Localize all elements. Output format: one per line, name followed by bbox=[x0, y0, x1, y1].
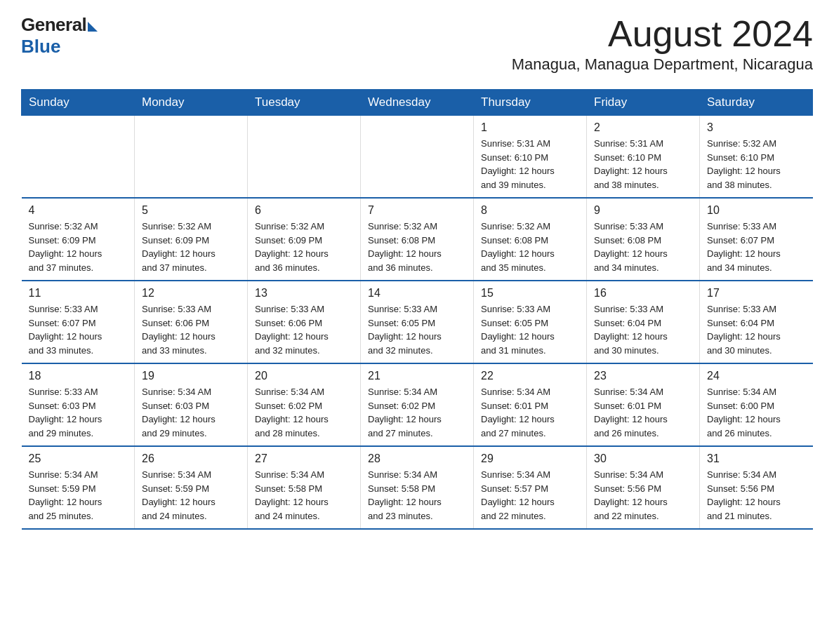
calendar-cell: 24Sunrise: 5:34 AM Sunset: 6:00 PM Dayli… bbox=[700, 363, 813, 446]
day-number: 11 bbox=[29, 287, 128, 300]
day-info: Sunrise: 5:31 AM Sunset: 6:10 PM Dayligh… bbox=[481, 137, 579, 192]
day-number: 3 bbox=[707, 121, 806, 134]
day-number: 26 bbox=[142, 452, 240, 465]
day-number: 21 bbox=[368, 370, 466, 382]
day-number: 20 bbox=[255, 370, 353, 382]
calendar-cell: 25Sunrise: 5:34 AM Sunset: 5:59 PM Dayli… bbox=[22, 446, 135, 529]
day-info: Sunrise: 5:34 AM Sunset: 5:58 PM Dayligh… bbox=[255, 468, 353, 523]
calendar-cell: 31Sunrise: 5:34 AM Sunset: 5:56 PM Dayli… bbox=[700, 446, 813, 529]
calendar-cell bbox=[135, 116, 248, 199]
day-info: Sunrise: 5:33 AM Sunset: 6:07 PM Dayligh… bbox=[707, 220, 806, 274]
calendar-cell: 23Sunrise: 5:34 AM Sunset: 6:01 PM Dayli… bbox=[587, 363, 700, 446]
calendar-cell bbox=[22, 116, 135, 199]
calendar-cell: 28Sunrise: 5:34 AM Sunset: 5:58 PM Dayli… bbox=[361, 446, 474, 529]
day-number: 13 bbox=[255, 287, 353, 300]
day-number: 8 bbox=[481, 204, 579, 217]
calendar-week-row: 4Sunrise: 5:32 AM Sunset: 6:09 PM Daylig… bbox=[22, 198, 813, 281]
weekday-header-tuesday: Tuesday bbox=[248, 90, 361, 116]
day-info: Sunrise: 5:33 AM Sunset: 6:07 PM Dayligh… bbox=[29, 302, 128, 357]
calendar-cell: 17Sunrise: 5:33 AM Sunset: 6:04 PM Dayli… bbox=[700, 281, 813, 363]
day-info: Sunrise: 5:33 AM Sunset: 6:05 PM Dayligh… bbox=[481, 302, 579, 357]
day-number: 12 bbox=[142, 287, 240, 300]
day-number: 19 bbox=[142, 370, 240, 382]
logo: General Blue bbox=[21, 14, 98, 58]
day-number: 10 bbox=[707, 204, 806, 217]
day-number: 18 bbox=[29, 370, 128, 382]
calendar-cell: 18Sunrise: 5:33 AM Sunset: 6:03 PM Dayli… bbox=[22, 363, 135, 446]
day-number: 15 bbox=[481, 287, 579, 300]
day-info: Sunrise: 5:31 AM Sunset: 6:10 PM Dayligh… bbox=[594, 137, 692, 192]
day-info: Sunrise: 5:32 AM Sunset: 6:09 PM Dayligh… bbox=[142, 220, 240, 274]
logo-general-text: General bbox=[21, 14, 86, 36]
calendar-week-row: 1Sunrise: 5:31 AM Sunset: 6:10 PM Daylig… bbox=[22, 116, 813, 199]
calendar-cell: 29Sunrise: 5:34 AM Sunset: 5:57 PM Dayli… bbox=[474, 446, 587, 529]
day-number: 6 bbox=[255, 204, 353, 217]
weekday-header-thursday: Thursday bbox=[474, 90, 587, 116]
calendar-cell: 21Sunrise: 5:34 AM Sunset: 6:02 PM Dayli… bbox=[361, 363, 474, 446]
day-number: 14 bbox=[368, 287, 466, 300]
day-number: 5 bbox=[142, 204, 240, 217]
day-number: 17 bbox=[707, 287, 806, 300]
calendar-cell: 14Sunrise: 5:33 AM Sunset: 6:05 PM Dayli… bbox=[361, 281, 474, 363]
calendar-cell bbox=[248, 116, 361, 199]
logo-blue-text: Blue bbox=[21, 36, 60, 58]
day-number: 24 bbox=[707, 370, 806, 382]
calendar-week-row: 18Sunrise: 5:33 AM Sunset: 6:03 PM Dayli… bbox=[22, 363, 813, 446]
day-number: 22 bbox=[481, 370, 579, 382]
month-title: August 2024 bbox=[512, 14, 813, 54]
weekday-header-friday: Friday bbox=[587, 90, 700, 116]
location-title: Managua, Managua Department, Nicaragua bbox=[512, 55, 813, 74]
calendar-cell bbox=[361, 116, 474, 199]
day-info: Sunrise: 5:32 AM Sunset: 6:08 PM Dayligh… bbox=[368, 220, 466, 274]
day-info: Sunrise: 5:34 AM Sunset: 5:59 PM Dayligh… bbox=[29, 468, 128, 523]
calendar-cell: 15Sunrise: 5:33 AM Sunset: 6:05 PM Dayli… bbox=[474, 281, 587, 363]
day-info: Sunrise: 5:32 AM Sunset: 6:08 PM Dayligh… bbox=[481, 220, 579, 274]
weekday-header-wednesday: Wednesday bbox=[361, 90, 474, 116]
calendar-week-row: 25Sunrise: 5:34 AM Sunset: 5:59 PM Dayli… bbox=[22, 446, 813, 529]
calendar-cell: 11Sunrise: 5:33 AM Sunset: 6:07 PM Dayli… bbox=[22, 281, 135, 363]
calendar-cell: 26Sunrise: 5:34 AM Sunset: 5:59 PM Dayli… bbox=[135, 446, 248, 529]
day-info: Sunrise: 5:34 AM Sunset: 5:59 PM Dayligh… bbox=[142, 468, 240, 523]
weekday-header-sunday: Sunday bbox=[22, 90, 135, 116]
calendar-cell: 2Sunrise: 5:31 AM Sunset: 6:10 PM Daylig… bbox=[587, 116, 700, 199]
day-info: Sunrise: 5:33 AM Sunset: 6:05 PM Dayligh… bbox=[368, 302, 466, 357]
day-info: Sunrise: 5:33 AM Sunset: 6:06 PM Dayligh… bbox=[142, 302, 240, 357]
logo-arrow-icon bbox=[88, 22, 98, 32]
day-info: Sunrise: 5:34 AM Sunset: 6:03 PM Dayligh… bbox=[142, 385, 240, 440]
day-number: 16 bbox=[594, 287, 692, 300]
day-info: Sunrise: 5:34 AM Sunset: 5:56 PM Dayligh… bbox=[707, 468, 806, 523]
calendar-cell: 22Sunrise: 5:34 AM Sunset: 6:01 PM Dayli… bbox=[474, 363, 587, 446]
weekday-header-saturday: Saturday bbox=[700, 90, 813, 116]
calendar-cell: 20Sunrise: 5:34 AM Sunset: 6:02 PM Dayli… bbox=[248, 363, 361, 446]
day-number: 30 bbox=[594, 452, 692, 465]
calendar-cell: 27Sunrise: 5:34 AM Sunset: 5:58 PM Dayli… bbox=[248, 446, 361, 529]
day-number: 25 bbox=[29, 452, 128, 465]
day-info: Sunrise: 5:33 AM Sunset: 6:04 PM Dayligh… bbox=[707, 302, 806, 357]
day-number: 4 bbox=[29, 204, 128, 217]
day-info: Sunrise: 5:32 AM Sunset: 6:09 PM Dayligh… bbox=[255, 220, 353, 274]
day-info: Sunrise: 5:34 AM Sunset: 6:01 PM Dayligh… bbox=[481, 385, 579, 440]
day-info: Sunrise: 5:34 AM Sunset: 5:56 PM Dayligh… bbox=[594, 468, 692, 523]
day-info: Sunrise: 5:32 AM Sunset: 6:09 PM Dayligh… bbox=[29, 220, 128, 274]
day-info: Sunrise: 5:32 AM Sunset: 6:10 PM Dayligh… bbox=[707, 137, 806, 192]
calendar-cell: 3Sunrise: 5:32 AM Sunset: 6:10 PM Daylig… bbox=[700, 116, 813, 199]
calendar-cell: 10Sunrise: 5:33 AM Sunset: 6:07 PM Dayli… bbox=[700, 198, 813, 281]
day-number: 2 bbox=[594, 121, 692, 134]
calendar-cell: 5Sunrise: 5:32 AM Sunset: 6:09 PM Daylig… bbox=[135, 198, 248, 281]
page-header: General Blue August 2024 Managua, Managu… bbox=[21, 14, 813, 82]
day-number: 31 bbox=[707, 452, 806, 465]
calendar-cell: 19Sunrise: 5:34 AM Sunset: 6:03 PM Dayli… bbox=[135, 363, 248, 446]
calendar-cell: 30Sunrise: 5:34 AM Sunset: 5:56 PM Dayli… bbox=[587, 446, 700, 529]
day-info: Sunrise: 5:34 AM Sunset: 6:01 PM Dayligh… bbox=[594, 385, 692, 440]
day-info: Sunrise: 5:33 AM Sunset: 6:08 PM Dayligh… bbox=[594, 220, 692, 274]
day-info: Sunrise: 5:34 AM Sunset: 6:02 PM Dayligh… bbox=[255, 385, 353, 440]
day-info: Sunrise: 5:33 AM Sunset: 6:06 PM Dayligh… bbox=[255, 302, 353, 357]
day-info: Sunrise: 5:33 AM Sunset: 6:04 PM Dayligh… bbox=[594, 302, 692, 357]
right-header: August 2024 Managua, Managua Department,… bbox=[512, 14, 813, 82]
calendar-cell: 4Sunrise: 5:32 AM Sunset: 6:09 PM Daylig… bbox=[22, 198, 135, 281]
day-info: Sunrise: 5:34 AM Sunset: 6:00 PM Dayligh… bbox=[707, 385, 806, 440]
calendar-table: SundayMondayTuesdayWednesdayThursdayFrid… bbox=[21, 89, 813, 530]
calendar-cell: 12Sunrise: 5:33 AM Sunset: 6:06 PM Dayli… bbox=[135, 281, 248, 363]
day-number: 7 bbox=[368, 204, 466, 217]
calendar-week-row: 11Sunrise: 5:33 AM Sunset: 6:07 PM Dayli… bbox=[22, 281, 813, 363]
